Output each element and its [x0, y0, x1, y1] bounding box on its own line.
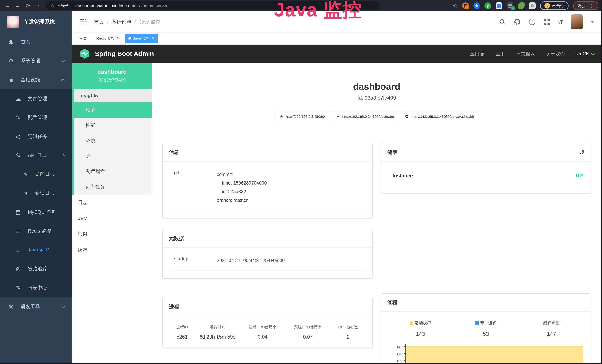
page-title: dashboard	[162, 81, 591, 92]
tag-home[interactable]: 首页	[76, 33, 90, 43]
security-label[interactable]: 不安全	[57, 3, 69, 9]
browser-forward-icon[interactable]: →	[14, 2, 22, 10]
sba-item-metrics[interactable]: 性能	[74, 118, 152, 133]
sidebar-item-redis[interactable]: ≋ Redis 监控	[0, 221, 72, 240]
sidebar-item-label: 链路追踪	[28, 266, 47, 272]
search-icon[interactable]	[499, 19, 505, 25]
caret-down-icon[interactable]	[591, 21, 594, 24]
health-card: 健康 ↺ Instance UP	[381, 143, 591, 193]
breadcrumb-home[interactable]: 首页	[94, 19, 104, 25]
sidebar-item-home[interactable]: ◉ 首页	[0, 32, 72, 51]
github-icon[interactable]	[514, 18, 521, 25]
metadata-card: 元数据 startup 2021-04-27T00:44:31.254+08:0…	[162, 229, 373, 278]
fullscreen-icon[interactable]	[543, 19, 550, 25]
sidebar-item-label: 定时任务	[28, 133, 47, 140]
axis-tick	[404, 346, 406, 347]
sba-insights-group: Insights 细节 性能 环境 类 配置属性 计划任务	[72, 89, 152, 194]
close-icon[interactable]: ×	[152, 36, 154, 40]
browser-reload-icon[interactable]: ⟳	[24, 2, 32, 10]
sba-locale-select[interactable]: zh-CN	[576, 51, 594, 57]
sba-item-mappings[interactable]: 映射	[72, 226, 152, 242]
chevron-down-icon	[61, 304, 65, 308]
sidebar-item-config[interactable]: ✎ 配置管理	[0, 108, 72, 127]
sidebar-item-mysql[interactable]: ▤ MySQL 监控	[0, 203, 72, 221]
legend-value: 53	[453, 331, 519, 337]
sidebar-item-apilog[interactable]: ✎ API 日志	[0, 146, 72, 165]
sba-brand-title[interactable]: Spring Boot Admin	[95, 50, 154, 57]
y-tick: 140	[396, 345, 402, 349]
sidebar-item-logcenter[interactable]: ✎ 日志中心	[0, 278, 72, 297]
sidebar-item-label: 配置管理	[28, 114, 47, 121]
sba-instance-block[interactable]: dashboard 93a3fc7f7409	[72, 63, 152, 89]
sba-item-scheduledtasks[interactable]: 计划任务	[74, 179, 152, 194]
gear-icon: ⚙	[7, 57, 15, 64]
extension-icon[interactable]	[518, 2, 525, 9]
git-branch-line: branch: master	[217, 196, 267, 204]
sba-nav-applications[interactable]: 应用	[495, 51, 505, 57]
sidebar-item-java[interactable]: ♨ Java 监控	[0, 240, 72, 259]
app-logo-row[interactable]: 芋道管理系统	[0, 11, 72, 32]
sba-item-jvm[interactable]: JVM	[72, 211, 152, 226]
sidebar-item-label: 首页	[21, 39, 30, 45]
sidebar-item-file[interactable]: ☁ 文件管理	[0, 89, 72, 108]
hamburger-icon[interactable]	[80, 19, 87, 25]
card-title: 线程	[387, 299, 397, 306]
text-size-icon[interactable]: tT	[558, 19, 563, 25]
sba-item-logs[interactable]: 日志	[72, 194, 152, 211]
legend-label: 线程峰值	[543, 320, 559, 326]
extension-icon[interactable]	[473, 2, 480, 9]
extension-icon[interactable]: on	[507, 2, 513, 9]
user-avatar[interactable]	[571, 14, 582, 29]
sidebar-item-accesslog[interactable]: ✎ 访问日志	[0, 165, 72, 183]
sidebar-item-system[interactable]: ⚙ 系统管理	[0, 51, 72, 70]
tag-redis[interactable]: Redis 监控 ×	[93, 33, 123, 43]
update-button[interactable]: 更新 ⋮	[573, 1, 598, 10]
sba-item-caches[interactable]: 缓存	[72, 242, 152, 258]
sba-item-classes[interactable]: 类	[74, 148, 152, 164]
card-title: 元数据	[169, 235, 184, 242]
sba-item-details[interactable]: 细节	[74, 102, 152, 118]
extension-icon[interactable]: y	[484, 2, 491, 9]
sidebar-item-errorlog[interactable]: ✎ 错误日志	[0, 183, 72, 203]
extension-icon[interactable]	[495, 2, 502, 9]
sidebar-item-devtool[interactable]: ⚒ 研发工具	[0, 297, 72, 316]
history-icon[interactable]: ↺	[579, 149, 585, 156]
metadata-card-body: startup 2021-04-27T00:44:31.254+08:00	[163, 247, 373, 278]
log-edit-icon: ✎	[22, 171, 29, 177]
health-card-body: Instance UP	[381, 161, 591, 193]
browser-home-icon[interactable]: ⌂	[34, 2, 42, 10]
breadcrumb-infra[interactable]: 基础设施	[112, 19, 131, 25]
service-url-button[interactable]: http://192.168.0.2:48080/	[275, 111, 330, 122]
sba-item-environment[interactable]: 环境	[74, 133, 152, 148]
sidebar-item-label: 文件管理	[28, 95, 47, 102]
extensions-puzzle-icon[interactable]	[529, 2, 536, 9]
sidebar-item-label: 研发工具	[21, 303, 40, 310]
extension-letter: y	[487, 3, 489, 8]
sba-nav-wallboard[interactable]: 应用墙	[470, 51, 484, 57]
breadcrumb-current: Java 监控	[139, 19, 160, 25]
browser-back-icon[interactable]: ←	[4, 2, 12, 10]
sba-item-configprops[interactable]: 配置属性	[74, 164, 152, 179]
close-icon[interactable]: ×	[117, 36, 119, 40]
tags-view-bar: 首页 Redis 监控 × Java 监控 ×	[72, 32, 602, 44]
kebab-menu-icon[interactable]: ⋮	[589, 3, 594, 9]
extension-icon[interactable]: 1	[462, 2, 469, 9]
chevron-up-icon	[61, 78, 65, 82]
sba-nav-about[interactable]: 关于我们	[546, 51, 565, 57]
health-url-button[interactable]: http://192.168.0.2:48080/actuator/health	[400, 111, 479, 122]
bookmark-star-icon[interactable]: ☆	[453, 3, 458, 9]
legend-label: 守护进程	[480, 320, 496, 326]
app-sidebar: 芋道管理系统 ◉ 首页 ⚙ 系统管理 ▣ 基础设施 ☁ 文件管理 ✎ 配置管理	[0, 11, 72, 363]
card-title: 信息	[169, 149, 179, 156]
sidebar-item-trace[interactable]: ◎ 链路追踪	[0, 259, 72, 278]
paused-badge[interactable]: ☺ 已暂停	[540, 1, 569, 10]
actuator-url-button[interactable]: http://192.168.0.2:48080/actuator	[331, 111, 399, 122]
sidebar-item-infra[interactable]: ▣ 基础设施	[0, 70, 72, 89]
tag-java[interactable]: Java 监控 ×	[125, 33, 158, 43]
active-dot	[129, 37, 131, 40]
edit-icon: ✎	[14, 114, 22, 121]
service-url: http://192.168.0.2:48080/	[286, 115, 325, 119]
sba-nav-journal[interactable]: 日志报表	[516, 51, 535, 57]
sidebar-item-job[interactable]: ◷ 定时任务	[0, 127, 72, 146]
help-icon[interactable]: ?	[529, 19, 535, 25]
